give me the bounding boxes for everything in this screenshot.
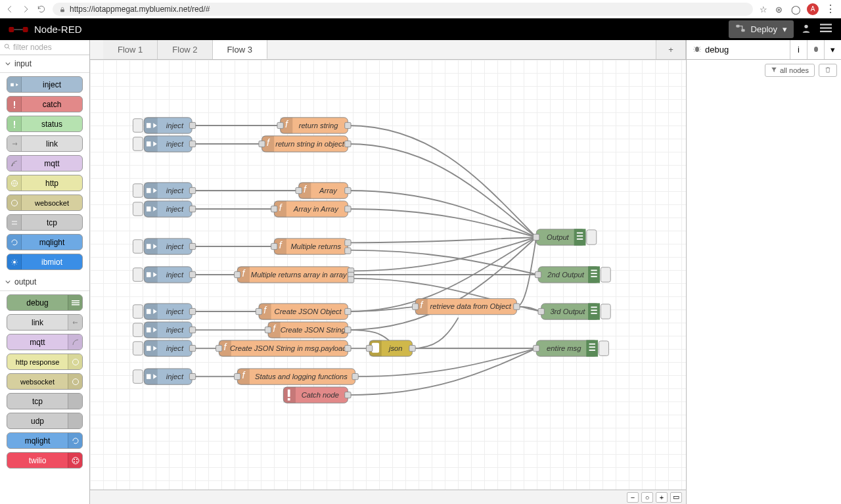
deploy-button[interactable]: Deploy ▾ [729, 20, 794, 38]
pal-status[interactable]: status [7, 116, 83, 132]
pal-websocket[interactable]: websocket [7, 195, 83, 211]
ext2-icon[interactable]: ◯ [791, 5, 800, 14]
user-icon[interactable] [799, 23, 813, 36]
svg-rect-169 [591, 307, 597, 308]
sidebar-tab-menu[interactable]: ▾ [824, 40, 841, 59]
node-fn-array-in-array[interactable]: Array in Array [271, 201, 351, 217]
node-fn-status-log[interactable]: Status and logging functions [235, 369, 359, 384]
sidebar-tab-info[interactable]: i [790, 40, 807, 59]
zoom-in-button[interactable]: + [656, 492, 668, 503]
url-text: https://iotappmegat.mybluemix.net/red/# [70, 5, 210, 14]
node-inject[interactable]: inject [133, 239, 195, 254]
node-debug-2nd-output[interactable]: 2nd Output [535, 267, 610, 283]
node-inject[interactable]: inject [133, 340, 195, 356]
svg-rect-93 [296, 187, 302, 193]
node-inject[interactable]: inject [133, 304, 195, 319]
tab-flow1[interactable]: Flow 1 [103, 40, 158, 59]
back-icon[interactable] [5, 5, 14, 14]
node-fn-create-json-str[interactable]: Create JSON String [265, 322, 351, 338]
svg-point-182 [695, 47, 699, 52]
palette: filter nodes input inject catch status l… [0, 40, 90, 504]
navigator-button[interactable]: ▭ [670, 492, 682, 503]
pal-owebsocket[interactable]: websocket [7, 373, 83, 390]
zoom-reset-button[interactable]: ○ [641, 492, 653, 503]
node-fn-array[interactable]: Array [296, 183, 351, 198]
node-fn-return-string-obj[interactable]: return string in object [259, 136, 351, 152]
svg-rect-127 [345, 345, 351, 351]
filter-all-nodes[interactable]: all nodes [765, 64, 815, 77]
pal-udp[interactable]: udp [7, 413, 83, 429]
net-icon [68, 413, 82, 428]
node-inject[interactable]: inject [133, 201, 195, 217]
svg-text:inject: inject [166, 373, 184, 380]
node-fn-multiple-returns[interactable]: Multiple returns [271, 239, 351, 254]
tab-add[interactable]: + [656, 40, 686, 59]
pal-catch[interactable]: catch [7, 96, 83, 112]
svg-rect-49 [189, 206, 195, 212]
node-fn-multiple-returns-arr[interactable]: Multiple returns array in array [235, 267, 354, 283]
category-output[interactable]: output [0, 273, 89, 291]
pal-debug[interactable]: debug [7, 294, 83, 311]
node-debug-entire-msg[interactable]: entire msg [534, 340, 609, 356]
node-fn-create-json-msg[interactable]: Create JSON String in msg.payload [216, 340, 352, 356]
pal-omqtt[interactable]: mqtt [7, 334, 83, 350]
node-json[interactable]: json [366, 340, 415, 356]
category-input[interactable]: input [0, 55, 89, 73]
pal-mqtt[interactable]: mqtt [7, 155, 83, 172]
node-inject[interactable]: inject [133, 183, 195, 198]
pal-otcp[interactable]: tcp [7, 393, 83, 409]
svg-text:inject: inject [166, 140, 184, 148]
tab-flow3[interactable]: Flow 3 [213, 40, 267, 59]
star-icon[interactable]: ☆ [760, 5, 769, 14]
pal-httpresp[interactable]: http response [7, 354, 83, 370]
deploy-icon [735, 24, 746, 35]
svg-text:Array in Array: Array in Array [293, 205, 339, 213]
pal-olink[interactable]: link [7, 314, 83, 331]
node-fn-return-string[interactable]: return string [277, 118, 351, 133]
sidebar-tab-debug[interactable]: debug [687, 40, 790, 59]
url-bar[interactable]: https://iotappmegat.mybluemix.net/red/# [53, 3, 753, 16]
bug-icon [693, 45, 701, 55]
node-catch[interactable]: Catch node [283, 387, 351, 403]
node-fn-retrieve[interactable]: retrieve data from Object [413, 298, 520, 314]
svg-rect-172 [601, 304, 610, 319]
pal-twilio[interactable]: twilio [7, 452, 83, 469]
pal-inject[interactable]: inject [7, 76, 83, 93]
node-inject[interactable]: inject [133, 118, 195, 133]
svg-rect-55 [133, 268, 143, 282]
hamburger-icon[interactable] [819, 24, 833, 35]
pal-http[interactable]: http [7, 175, 83, 191]
filter-input[interactable]: filter nodes [0, 40, 89, 55]
pal-link[interactable]: link [7, 135, 83, 152]
avatar[interactable]: A [807, 3, 819, 15]
tab-flow2[interactable]: Flow 2 [158, 40, 212, 59]
pal-tcp[interactable]: tcp [7, 214, 83, 231]
svg-point-26 [74, 461, 75, 463]
node-inject[interactable]: inject [133, 322, 195, 338]
ext1-icon[interactable]: ⊛ [775, 5, 784, 14]
node-debug-output[interactable]: Output [534, 229, 597, 245]
menu-icon[interactable]: ⋮ [825, 4, 836, 14]
node-inject[interactable]: inject [133, 267, 195, 283]
svg-text:Array: Array [319, 187, 338, 195]
svg-rect-163 [591, 276, 597, 277]
node-inject[interactable]: inject [133, 369, 195, 384]
reload-icon[interactable] [37, 5, 46, 14]
pal-ibmiot[interactable]: ibmiot [7, 254, 83, 270]
node-inject[interactable]: inject [133, 136, 195, 152]
clear-debug-button[interactable] [819, 64, 837, 77]
sidebar-tab-config[interactable] [807, 40, 824, 59]
zoom-out-button[interactable]: − [627, 492, 639, 503]
pal-omqlight[interactable]: mqlight [7, 432, 83, 449]
forward-icon[interactable] [21, 5, 30, 14]
svg-rect-6 [820, 24, 832, 25]
node-fn-create-json-obj[interactable]: Create JSON Object [256, 304, 351, 319]
pal-mqlight[interactable]: mqlight [7, 234, 83, 250]
svg-rect-121 [265, 327, 271, 332]
svg-rect-104 [345, 240, 351, 246]
svg-rect-105 [345, 248, 351, 254]
svg-rect-7 [820, 27, 832, 28]
svg-rect-144 [409, 345, 415, 351]
node-debug-3rd-output[interactable]: 3rd Output [538, 304, 610, 319]
globe-icon [68, 374, 82, 389]
